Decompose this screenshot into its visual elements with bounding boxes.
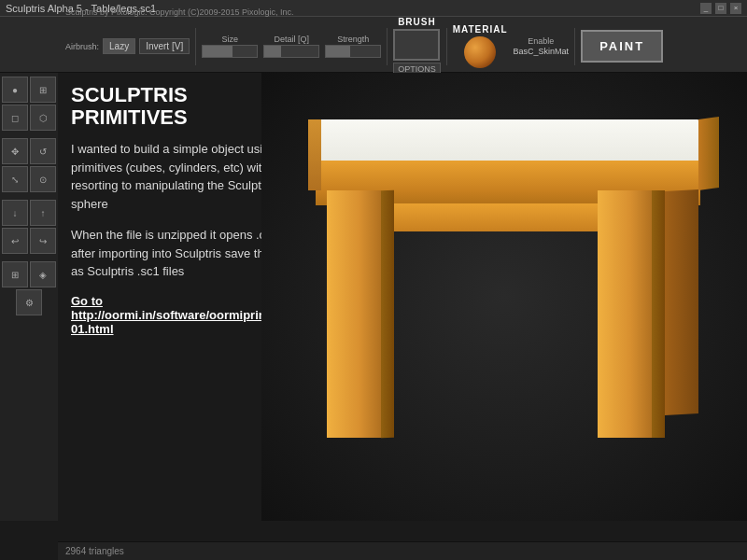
title-bar-controls: _ □ × [700, 3, 741, 14]
size-label: Size [221, 35, 238, 44]
detail-label: Detail [Q] [274, 35, 309, 44]
symmetry-icon[interactable]: ◈ [30, 261, 56, 287]
triangle-count: 2964 triangles [65, 546, 124, 556]
airbrush-label: Airbrush: [65, 42, 99, 51]
import-icon[interactable]: ↓ [2, 200, 28, 226]
toolbar-main-row: Airbrush: Lazy Invert [V] Size Detail [Q… [65, 17, 663, 76]
material-sphere[interactable] [464, 36, 496, 68]
3d-scene[interactable] [261, 73, 747, 521]
toolbar: Sculptris by Pixologic. Copyright (C)200… [0, 17, 747, 73]
move-icon[interactable]: ✥ [2, 138, 28, 164]
primitive-icon[interactable]: ◻ [2, 105, 28, 131]
maximize-button[interactable]: □ [715, 3, 726, 14]
divider4 [574, 28, 575, 65]
divider3 [446, 28, 447, 65]
icon-row-4: ⤡ ⊙ [2, 166, 56, 192]
redo-icon[interactable]: ↪ [30, 228, 56, 254]
snap-icon[interactable]: ⊙ [30, 166, 56, 192]
enable-label: Enable [528, 36, 554, 46]
leg-front-right-side [652, 190, 665, 438]
airbrush-section: Airbrush: Lazy Invert [V] [65, 38, 190, 54]
size-slider[interactable] [202, 45, 258, 58]
icon-row-1: ● ⊞ [2, 77, 56, 103]
leg-front-right [598, 190, 652, 438]
table-3d-object [308, 119, 719, 474]
icon-row-6: ↩ ↪ [2, 228, 56, 254]
scale-icon[interactable]: ⤡ [2, 166, 28, 192]
copyright-text: Sculptris by Pixologic. Copyright (C)200… [65, 7, 294, 17]
icon-row-2: ◻ ⬡ [2, 105, 56, 131]
settings-icon[interactable]: ⚙ [16, 289, 42, 315]
skin-label: BasC_SkinMat [514, 47, 570, 56]
material-label: MATERIAL [453, 24, 508, 35]
sphere-icon[interactable]: ● [2, 77, 28, 103]
main-area: SCULPTRIS PRIMITIVES I wanted to build a… [58, 73, 747, 541]
paint-button[interactable]: PAINT [581, 30, 663, 63]
export-icon[interactable]: ↑ [30, 200, 56, 226]
leg-front-left-side [381, 190, 394, 438]
close-button[interactable]: × [730, 3, 741, 14]
status-bar: 2964 triangles [58, 541, 747, 560]
minimize-button[interactable]: _ [700, 3, 712, 14]
brush-label: BRUSH [398, 17, 436, 27]
lazy-button[interactable]: Lazy [103, 38, 135, 54]
invert-button[interactable]: Invert [V] [139, 38, 190, 54]
icon-row-7: ⊞ ◈ [2, 261, 56, 287]
strength-slider[interactable] [325, 45, 381, 58]
icon-row-8: ⚙ [16, 289, 42, 315]
strength-slider-container: Strength [325, 35, 381, 58]
detail-slider[interactable] [263, 45, 319, 58]
airbrush-row: Airbrush: Lazy Invert [V] [65, 38, 190, 54]
tabletop-left-edge [308, 119, 321, 190]
cylinder-icon[interactable]: ⬡ [30, 105, 56, 131]
tabletop-right-edge [698, 117, 719, 190]
leg-back-right [665, 189, 698, 415]
icon-row-3: ✥ ↺ [2, 138, 56, 164]
brush-box[interactable] [393, 29, 440, 61]
detail-slider-container: Detail [Q] [263, 35, 319, 58]
rotate-icon[interactable]: ↺ [30, 138, 56, 164]
tabletop-front-edge [316, 161, 700, 190]
brush-section: BRUSH OPTIONS [393, 17, 441, 76]
leg-front-left [327, 190, 381, 438]
strength-label: Strength [337, 35, 369, 44]
material-section: MATERIAL [453, 24, 508, 68]
grid-icon[interactable]: ⊞ [2, 261, 28, 287]
crossbeam [394, 203, 598, 231]
icon-row-5: ↓ ↑ [2, 200, 56, 226]
size-slider-container: Size [202, 35, 258, 58]
divider1 [195, 28, 196, 65]
divider2 [387, 28, 388, 65]
left-panel: ● ⊞ ◻ ⬡ ✥ ↺ ⤡ ⊙ ↓ ↑ ↩ ↪ ⊞ ◈ ⚙ [0, 73, 58, 521]
undo-icon[interactable]: ↩ [2, 228, 28, 254]
enable-row: Enable BasC_SkinMat [514, 36, 570, 56]
scene-icon[interactable]: ⊞ [30, 77, 56, 103]
